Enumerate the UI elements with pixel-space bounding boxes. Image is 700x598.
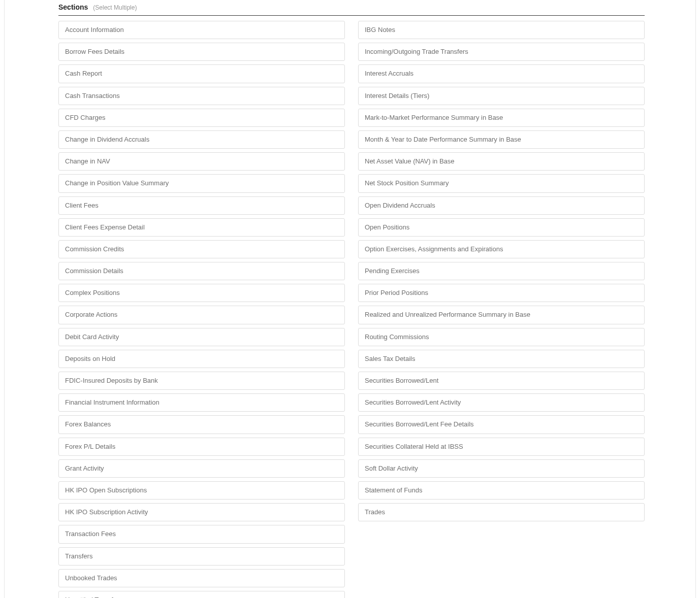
section-option-option-exercises-assignments-and-expirations[interactable]: Option Exercises, Assignments and Expira… (358, 240, 645, 258)
section-option-realized-and-unrealized-performance-summary-in-base[interactable]: Realized and Unrealized Performance Summ… (358, 306, 645, 324)
section-option-transaction-fees[interactable]: Transaction Fees (58, 525, 345, 543)
section-option-cash-report[interactable]: Cash Report (58, 64, 345, 83)
section-option-transfers[interactable]: Transfers (58, 547, 345, 566)
section-option-fdic-insured-deposits-by-bank[interactable]: FDIC-Insured Deposits by Bank (58, 372, 345, 390)
sections-title: Sections (58, 3, 88, 11)
sections-header: Sections (Select Multiple) (58, 0, 645, 16)
section-option-prior-period-positions[interactable]: Prior Period Positions (358, 284, 645, 302)
section-option-open-positions[interactable]: Open Positions (358, 218, 645, 237)
section-option-debit-card-activity[interactable]: Debit Card Activity (58, 328, 345, 346)
section-option-grant-activity[interactable]: Grant Activity (58, 459, 345, 478)
section-option-securities-borrowed-lent[interactable]: Securities Borrowed/Lent (358, 372, 645, 390)
section-option-net-asset-value-nav-in-base[interactable]: Net Asset Value (NAV) in Base (358, 152, 645, 171)
section-option-client-fees-expense-detail[interactable]: Client Fees Expense Detail (58, 218, 345, 237)
section-option-open-dividend-accruals[interactable]: Open Dividend Accruals (358, 196, 645, 215)
section-option-forex-balances[interactable]: Forex Balances (58, 415, 345, 434)
section-option-cfd-charges[interactable]: CFD Charges (58, 109, 345, 127)
section-option-mark-to-market-performance-summary-in-base[interactable]: Mark-to-Market Performance Summary in Ba… (358, 109, 645, 127)
section-option-unsettled-transfers[interactable]: Unsettled Transfers (58, 591, 345, 598)
section-option-commission-credits[interactable]: Commission Credits (58, 240, 345, 258)
section-option-securities-collateral-held-at-ibss[interactable]: Securities Collateral Held at IBSS (358, 438, 645, 456)
section-option-securities-borrowed-lent-fee-details[interactable]: Securities Borrowed/Lent Fee Details (358, 415, 645, 434)
section-option-soft-dollar-activity[interactable]: Soft Dollar Activity (358, 459, 645, 478)
section-option-interest-accruals[interactable]: Interest Accruals (358, 64, 645, 83)
section-option-trades[interactable]: Trades (358, 503, 645, 521)
section-option-pending-exercises[interactable]: Pending Exercises (358, 262, 645, 280)
section-option-client-fees[interactable]: Client Fees (58, 196, 345, 215)
section-option-hk-ipo-open-subscriptions[interactable]: HK IPO Open Subscriptions (58, 481, 345, 500)
section-option-cash-transactions[interactable]: Cash Transactions (58, 87, 345, 105)
sections-columns: Account InformationBorrow Fees DetailsCa… (58, 21, 645, 598)
section-option-borrow-fees-details[interactable]: Borrow Fees Details (58, 43, 345, 61)
sections-panel: Sections (Select Multiple) Account Infor… (4, 0, 696, 598)
section-option-commission-details[interactable]: Commission Details (58, 262, 345, 280)
sections-wrapper: Sections (Select Multiple) Account Infor… (5, 0, 695, 598)
section-option-sales-tax-details[interactable]: Sales Tax Details (358, 350, 645, 368)
section-option-incoming-outgoing-trade-transfers[interactable]: Incoming/Outgoing Trade Transfers (358, 43, 645, 61)
section-option-routing-commissions[interactable]: Routing Commissions (358, 328, 645, 346)
section-option-account-information[interactable]: Account Information (58, 21, 345, 39)
section-option-complex-positions[interactable]: Complex Positions (58, 284, 345, 302)
section-option-ibg-notes[interactable]: IBG Notes (358, 21, 645, 39)
section-option-change-in-nav[interactable]: Change in NAV (58, 152, 345, 171)
section-option-change-in-position-value-summary[interactable]: Change in Position Value Summary (58, 174, 345, 192)
section-option-forex-p-l-details[interactable]: Forex P/L Details (58, 438, 345, 456)
section-option-net-stock-position-summary[interactable]: Net Stock Position Summary (358, 174, 645, 192)
section-option-securities-borrowed-lent-activity[interactable]: Securities Borrowed/Lent Activity (358, 393, 645, 412)
section-option-hk-ipo-subscription-activity[interactable]: HK IPO Subscription Activity (58, 503, 345, 521)
section-option-financial-instrument-information[interactable]: Financial Instrument Information (58, 393, 345, 412)
section-option-month-year-to-date-performance-summary-in-base[interactable]: Month & Year to Date Performance Summary… (358, 130, 645, 149)
sections-column-left: Account InformationBorrow Fees DetailsCa… (58, 21, 345, 598)
section-option-change-in-dividend-accruals[interactable]: Change in Dividend Accruals (58, 130, 345, 149)
section-option-statement-of-funds[interactable]: Statement of Funds (358, 481, 645, 500)
sections-column-right: IBG NotesIncoming/Outgoing Trade Transfe… (358, 21, 645, 598)
section-option-deposits-on-hold[interactable]: Deposits on Hold (58, 350, 345, 368)
section-option-interest-details-tiers[interactable]: Interest Details (Tiers) (358, 87, 645, 105)
sections-hint: (Select Multiple) (93, 4, 137, 11)
section-option-unbooked-trades[interactable]: Unbooked Trades (58, 569, 345, 587)
section-option-corporate-actions[interactable]: Corporate Actions (58, 306, 345, 324)
